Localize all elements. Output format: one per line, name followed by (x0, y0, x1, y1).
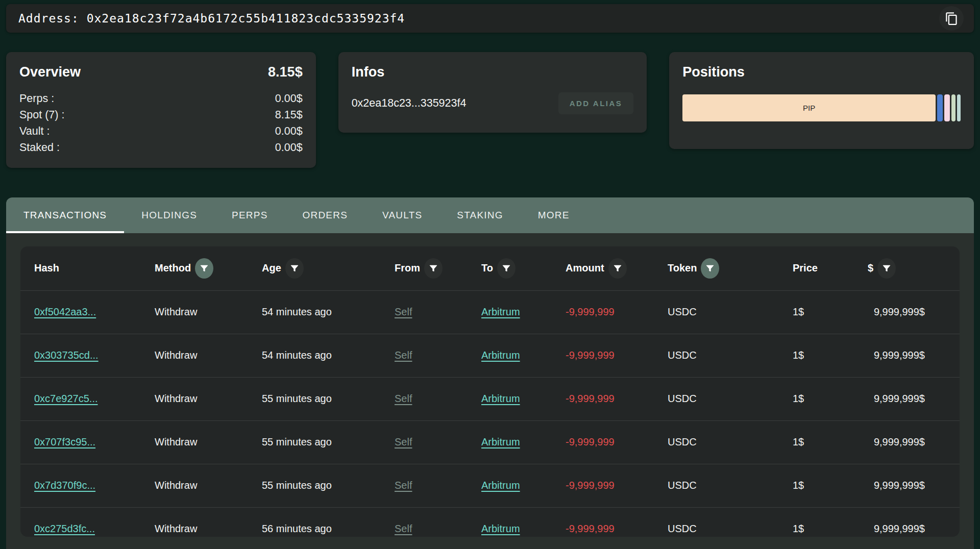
tx-to-link[interactable]: Arbitrum (481, 436, 520, 447)
position-segment[interactable] (957, 94, 961, 121)
overview-row: Staked :0.00$ (19, 139, 303, 156)
copy-icon (945, 12, 959, 26)
panel-body: HashMethodAgeFromToAmountTokenPrice$ 0xf… (6, 233, 974, 549)
main-panel: TRANSACTIONSHOLDINGSPERPSORDERSVAULTSSTA… (6, 197, 974, 549)
table-cell-price: 1$ (786, 290, 860, 334)
overview-title: Overview (19, 64, 81, 80)
tx-to-link[interactable]: Arbitrum (481, 350, 520, 361)
tx-to-link[interactable]: Arbitrum (481, 480, 520, 491)
tx-to-link[interactable]: Arbitrum (481, 306, 520, 317)
filter-funnel-icon[interactable] (424, 258, 443, 279)
address-value: 0x2ea18c23f72a4b6172c55b411823cdc5335923… (87, 12, 405, 25)
table-cell-hash: 0xc275d3fc... (20, 507, 148, 537)
table-header-cell: Price (786, 246, 860, 290)
tx-from-link[interactable]: Self (395, 480, 412, 491)
tx-dollar-value: 9,999,999$ (874, 393, 925, 404)
copy-address-button[interactable] (939, 6, 964, 31)
overview-row-value: 0.00$ (275, 123, 303, 139)
tab-transactions[interactable]: TRANSACTIONS (6, 197, 124, 233)
tx-age: 56 minutes ago (262, 523, 332, 534)
filter-funnel-icon[interactable] (877, 258, 896, 279)
table-cell-price: 1$ (786, 464, 860, 507)
tx-price: 1$ (793, 523, 804, 534)
table-row: 0x303735cd...Withdraw54 minutes agoSelfA… (20, 334, 960, 377)
position-segment[interactable] (951, 94, 955, 121)
table-cell-method: Withdraw (148, 290, 255, 334)
position-segment[interactable] (937, 94, 943, 121)
tx-hash-link[interactable]: 0xc275d3fc... (34, 523, 95, 534)
infos-card: Infos 0x2ea18c23...335923f4 ADD ALIAS (338, 52, 647, 133)
filter-funnel-icon[interactable] (701, 258, 719, 279)
table-cell-value: 9,999,999$ (860, 507, 960, 537)
column-header-to: To (481, 262, 493, 274)
table-cell-age: 56 minutes ago (255, 507, 388, 537)
position-segment[interactable] (944, 94, 950, 121)
table-cell-hash: 0xc7e927c5... (20, 377, 148, 420)
tx-dollar-value: 9,999,999$ (874, 523, 925, 534)
tx-method: Withdraw (155, 480, 197, 491)
table-row: 0x7d370f9c...Withdraw55 minutes agoSelfA… (20, 464, 960, 507)
table-row: 0xf5042aa3...Withdraw54 minutes agoSelfA… (20, 290, 960, 334)
tx-dollar-value: 9,999,999$ (874, 306, 925, 317)
column-header-age: Age (262, 262, 281, 274)
table-header-cell: To (475, 246, 559, 290)
tx-from-link[interactable]: Self (395, 306, 412, 317)
filter-funnel-icon[interactable] (285, 258, 304, 279)
tab-orders[interactable]: ORDERS (285, 197, 365, 233)
table-cell-token: USDC (661, 507, 786, 537)
table-cell-from: Self (388, 507, 475, 537)
table-cell-to: Arbitrum (475, 377, 559, 420)
tx-from-link[interactable]: Self (395, 436, 412, 447)
table-cell-token: USDC (661, 290, 786, 334)
tx-hash-link[interactable]: 0xc7e927c5... (34, 393, 98, 404)
tx-price: 1$ (793, 393, 804, 404)
tx-method: Withdraw (155, 436, 197, 447)
tx-hash-link[interactable]: 0x303735cd... (34, 350, 99, 361)
table-cell-value: 9,999,999$ (860, 377, 960, 420)
filter-funnel-icon[interactable] (608, 258, 627, 279)
table-cell-value: 9,999,999$ (860, 290, 960, 334)
table-cell-from: Self (388, 377, 475, 420)
tx-to-link[interactable]: Arbitrum (481, 393, 520, 404)
tx-hash-link[interactable]: 0x7d370f9c... (34, 480, 95, 491)
table-cell-value: 9,999,999$ (860, 420, 960, 464)
filter-funnel-icon[interactable] (195, 258, 213, 279)
overview-row-label: Vault : (19, 123, 50, 139)
tab-perps[interactable]: PERPS (214, 197, 285, 233)
position-segment[interactable]: PIP (682, 94, 936, 121)
tab-vaults[interactable]: VAULTS (365, 197, 439, 233)
overview-row-label: Spot (7) : (19, 107, 64, 123)
table-cell-age: 54 minutes ago (255, 290, 388, 334)
table-cell-token: USDC (661, 464, 786, 507)
overview-row-label: Perps : (19, 90, 54, 107)
table-cell-from: Self (388, 334, 475, 377)
column-header-hash: Hash (34, 262, 59, 274)
overview-row: Spot (7) :8.15$ (19, 107, 303, 123)
table-cell-amount: -9,999,999 (559, 377, 661, 420)
tx-amount: -9,999,999 (566, 480, 615, 491)
tx-hash-link[interactable]: 0x707f3c95... (34, 436, 95, 447)
table-cell-amount: -9,999,999 (559, 420, 661, 464)
add-alias-button[interactable]: ADD ALIAS (558, 92, 634, 114)
tx-hash-link[interactable]: 0xf5042aa3... (34, 306, 96, 317)
table-cell-to: Arbitrum (475, 420, 559, 464)
column-header-amount: Amount (566, 262, 604, 274)
table-cell-to: Arbitrum (475, 290, 559, 334)
tx-amount: -9,999,999 (566, 393, 615, 404)
table-row: 0xc275d3fc...Withdraw56 minutes agoSelfA… (20, 507, 960, 537)
table-cell-amount: -9,999,999 (559, 290, 661, 334)
tx-from-link[interactable]: Self (395, 393, 412, 404)
tx-amount: -9,999,999 (566, 350, 615, 361)
tx-to-link[interactable]: Arbitrum (481, 523, 520, 534)
tx-from-link[interactable]: Self (395, 350, 412, 361)
tx-from-link[interactable]: Self (395, 523, 412, 534)
tab-staking[interactable]: STAKING (439, 197, 520, 233)
table-cell-to: Arbitrum (475, 507, 559, 537)
tab-more[interactable]: MORE (521, 197, 587, 233)
tx-dollar-value: 9,999,999$ (874, 350, 925, 361)
table-header-cell: Token (661, 246, 786, 290)
tab-holdings[interactable]: HOLDINGS (124, 197, 214, 233)
table-cell-amount: -9,999,999 (559, 507, 661, 537)
tx-amount: -9,999,999 (566, 523, 615, 534)
filter-funnel-icon[interactable] (497, 258, 516, 279)
